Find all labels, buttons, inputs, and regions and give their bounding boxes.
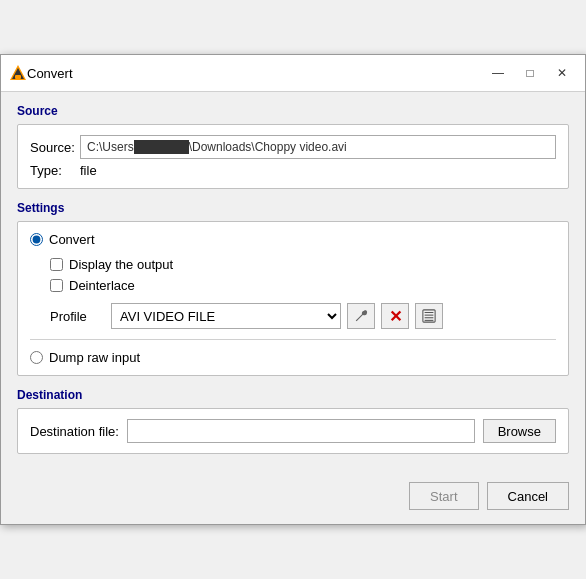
source-path: C:\Users\Downloads\Choppy video.avi — [80, 135, 556, 159]
list-icon — [422, 309, 436, 323]
deinterlace-row: Deinterlace — [50, 278, 556, 293]
wrench-icon — [354, 309, 368, 323]
destination-section-label: Destination — [17, 388, 569, 402]
delete-icon: ✕ — [389, 307, 402, 326]
settings-divider — [30, 339, 556, 340]
profile-settings-button[interactable] — [347, 303, 375, 329]
deinterlace-checkbox[interactable] — [50, 279, 63, 292]
type-label: Type: — [30, 163, 80, 178]
window-title: Convert — [27, 66, 483, 81]
source-section-label: Source — [17, 104, 569, 118]
destination-section: Destination file: Browse — [17, 408, 569, 454]
type-row: Type: file — [30, 163, 556, 178]
display-output-row: Display the output — [50, 257, 556, 272]
window-content: Source Source: C:\Users\Downloads\Choppy… — [1, 92, 585, 482]
svg-rect-2 — [15, 75, 21, 79]
profile-select[interactable]: AVI VIDEO FILE — [111, 303, 341, 329]
settings-section: Convert Display the output Deinterlace P… — [17, 221, 569, 376]
profile-row: Profile AVI VIDEO FILE ✕ — [50, 303, 556, 329]
close-button[interactable]: ✕ — [547, 61, 577, 85]
edit-profile-button[interactable] — [415, 303, 443, 329]
window-controls: — □ ✕ — [483, 61, 577, 85]
destination-file-row: Destination file: Browse — [30, 419, 556, 443]
profile-label: Profile — [50, 309, 105, 324]
vlc-icon — [9, 64, 27, 82]
footer: Start Cancel — [1, 482, 585, 524]
convert-radio[interactable] — [30, 233, 43, 246]
minimize-button[interactable]: — — [483, 61, 513, 85]
dump-radio[interactable] — [30, 351, 43, 364]
browse-button[interactable]: Browse — [483, 419, 556, 443]
redacted-username — [134, 140, 189, 154]
type-value: file — [80, 163, 97, 178]
convert-radio-label: Convert — [49, 232, 95, 247]
cancel-button[interactable]: Cancel — [487, 482, 569, 510]
convert-window: Convert — □ ✕ Source Source: C:\Users\Do… — [0, 54, 586, 525]
path-prefix: C:\Users — [87, 140, 134, 154]
source-row: Source: C:\Users\Downloads\Choppy video.… — [30, 135, 556, 159]
maximize-button[interactable]: □ — [515, 61, 545, 85]
start-button[interactable]: Start — [409, 482, 478, 510]
path-suffix: \Downloads\Choppy video.avi — [189, 140, 347, 154]
source-label: Source: — [30, 140, 80, 155]
destination-input[interactable] — [127, 419, 475, 443]
dump-radio-row: Dump raw input — [30, 350, 556, 365]
settings-section-label: Settings — [17, 201, 569, 215]
source-section: Source: C:\Users\Downloads\Choppy video.… — [17, 124, 569, 189]
display-output-label: Display the output — [69, 257, 173, 272]
titlebar: Convert — □ ✕ — [1, 55, 585, 92]
dump-radio-label: Dump raw input — [49, 350, 140, 365]
deinterlace-label: Deinterlace — [69, 278, 135, 293]
display-output-checkbox[interactable] — [50, 258, 63, 271]
dest-file-label: Destination file: — [30, 424, 119, 439]
delete-profile-button[interactable]: ✕ — [381, 303, 409, 329]
convert-radio-row: Convert — [30, 232, 556, 247]
